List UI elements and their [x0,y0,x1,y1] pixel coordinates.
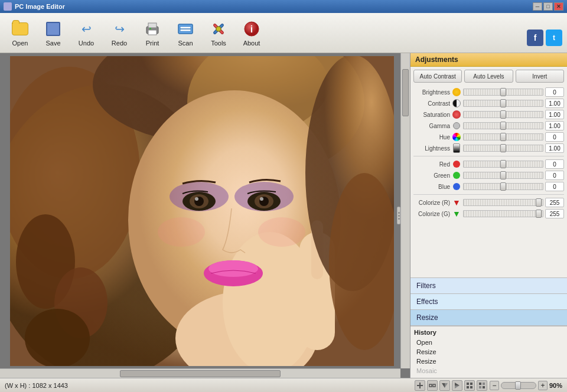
undo-icon: ↩ [77,19,96,38]
blue-slider[interactable] [463,183,543,190]
brightness-value: 0 [545,87,564,97]
gamma-slider[interactable] [463,122,543,129]
scan-icon [176,19,195,38]
status-left: (W x H) : 1082 x 1443 [5,382,68,389]
scan-label: Scan [178,40,193,47]
contrast-row: Contrast 1.00 [413,99,564,108]
svg-point-34 [208,260,258,277]
gamma-row: Gamma 1.00 [413,121,564,130]
saturation-icon [452,110,461,119]
colorize-r-row: Colorize (R) ▼ 255 [413,198,564,207]
save-icon [44,19,63,38]
status-bar: (W x H) : 1082 x 1443 − [0,378,567,392]
brightness-label: Brightness [413,89,450,96]
red-row: Red 0 [413,159,564,169]
saturation-row: Saturation 1.00 [413,110,564,119]
twitter-icon[interactable]: t [546,30,562,46]
layers-icon[interactable] [477,380,487,391]
zoom-out-button[interactable]: − [490,381,499,390]
blue-value: 0 [545,182,564,191]
print-button[interactable]: Print [137,16,168,50]
green-slider[interactable] [463,172,543,179]
svg-marker-48 [455,386,460,388]
contrast-slider[interactable] [463,100,543,107]
hue-slider[interactable] [463,133,543,141]
app-icon [4,2,12,11]
app-title: PC Image Editor [15,3,65,10]
save-label: Save [45,40,60,47]
svg-rect-44 [433,384,435,387]
effects-section-btn[interactable]: Effects [410,294,567,310]
brightness-slider[interactable] [463,89,543,96]
history-open[interactable]: Open [414,338,563,347]
auto-contrast-button[interactable]: Auto Contrast [413,70,462,83]
open-button[interactable]: Open [5,16,35,50]
zoom-control: − + 90% [490,381,562,390]
zoom-in-button[interactable]: + [538,381,548,390]
history-resize-2[interactable]: Resize [414,357,563,366]
resize-section-btn[interactable]: Resize [410,310,567,326]
social-icons: f t [527,30,562,46]
svg-rect-2 [148,30,157,35]
colorize-g-slider[interactable] [463,210,543,217]
red-slider[interactable] [463,161,543,168]
lightness-slider[interactable] [463,145,543,152]
grid-icon[interactable] [464,380,475,391]
undo-button[interactable]: ↩ Undo [71,16,102,50]
tools-button[interactable]: Tools [203,16,234,50]
separator-1 [413,156,564,156]
zoom-actual-icon[interactable] [427,380,438,391]
contrast-value: 1.00 [545,99,564,108]
main-area: Adjustments Auto Contrast Auto Levels In… [0,53,567,378]
about-button[interactable]: i About [236,16,267,50]
history-section: History Open Resize Resize Mosaic [410,326,567,378]
colorize-r-icon: ▼ [452,198,461,207]
red-label: Red [413,161,450,168]
divider-dot [398,218,400,220]
adjustment-buttons: Auto Contrast Auto Levels Invert [413,70,564,83]
hue-icon [452,132,461,142]
open-icon [11,19,30,38]
svg-text:i: i [250,24,253,34]
redo-button[interactable]: ↩ Redo [104,16,135,50]
colorize-r-slider[interactable] [463,199,543,206]
svg-rect-1 [148,23,157,28]
svg-point-9 [216,27,221,31]
panel-sections: Filters Effects Resize [410,277,567,326]
svg-rect-55 [479,386,481,388]
invert-button[interactable]: Invert [516,70,564,83]
svg-rect-43 [429,384,432,387]
horizontal-scroll-thumb[interactable] [120,370,280,377]
flip-v-icon[interactable] [452,380,462,391]
history-resize-1[interactable]: Resize [414,347,563,357]
redo-label: Redo [112,40,127,47]
save-button[interactable]: Save [38,16,69,50]
svg-point-31 [195,197,198,201]
adjustments-header: Adjustments [410,53,567,67]
svg-point-32 [260,197,263,201]
vertical-scrollbar[interactable] [400,53,410,368]
lightness-label: Lightness [413,145,450,152]
maximize-button[interactable]: □ [543,2,553,11]
close-button[interactable]: ✕ [554,2,563,11]
zoom-fit-icon[interactable] [415,380,425,391]
svg-rect-42 [419,383,421,388]
svg-rect-53 [479,383,481,385]
horizontal-scrollbar[interactable] [0,368,400,378]
auto-levels-button[interactable]: Auto Levels [464,70,513,83]
zoom-slider[interactable] [501,382,536,389]
facebook-icon[interactable]: f [527,30,543,46]
history-mosaic[interactable]: Mosaic [414,366,563,375]
scan-button[interactable]: Scan [170,16,201,50]
saturation-slider[interactable] [463,111,543,118]
colorize-g-label: Colorize (G) [413,211,450,217]
brightness-icon [452,87,461,97]
minimize-button[interactable]: ─ [533,2,542,11]
hue-label: Hue [413,134,450,141]
blue-row: Blue 0 [413,182,564,191]
svg-point-35 [158,217,205,247]
flip-h-icon[interactable] [439,380,450,391]
filters-section-btn[interactable]: Filters [410,278,567,294]
vertical-scroll-thumb[interactable] [402,69,409,116]
window-controls[interactable]: ─ □ ✕ [533,2,563,11]
